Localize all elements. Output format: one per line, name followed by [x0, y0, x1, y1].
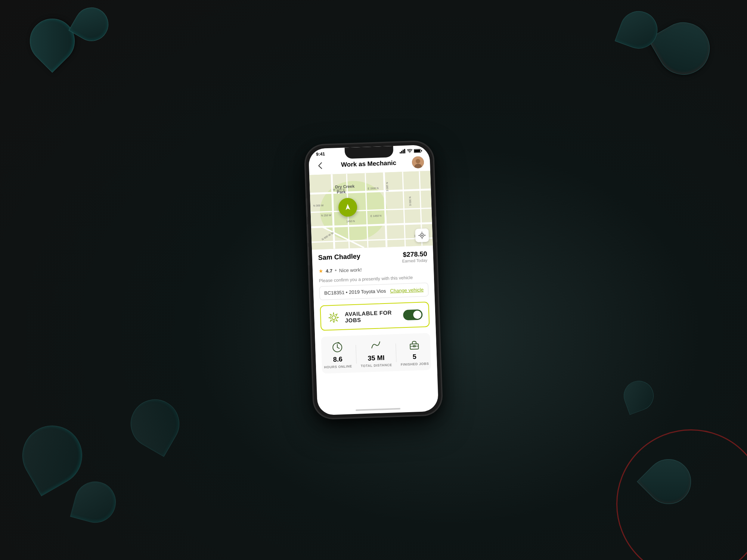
star-icon: ★: [319, 268, 324, 274]
rating-dot: •: [335, 267, 337, 274]
wifi-icon: [407, 149, 412, 153]
toggle-knob: [413, 311, 422, 319]
earned-amount: $278.50: [402, 250, 427, 259]
svg-text:W 1500 N: W 1500 N: [333, 188, 344, 191]
svg-rect-3: [404, 149, 405, 153]
phone-screen: 9:41: [309, 145, 439, 416]
phone-body: 9:41: [305, 141, 441, 418]
change-vehicle-link[interactable]: Change vehicle: [390, 287, 424, 293]
navigation-arrow-icon: [344, 203, 352, 212]
svg-rect-6: [421, 150, 422, 151]
toolbox-icon: [407, 338, 421, 352]
stat-finished-jobs: 5 FINISHED JOBS: [400, 337, 429, 367]
battery-icon: [414, 149, 422, 153]
svg-rect-0: [400, 152, 401, 153]
available-jobs-label: AVAILABLE FOR JOBS: [345, 309, 399, 324]
svg-text:N 300 W: N 300 W: [313, 204, 324, 207]
svg-point-36: [421, 234, 423, 236]
back-button[interactable]: [315, 160, 326, 171]
stat-hours-online: 8.6 HOURS ONLINE: [323, 340, 352, 369]
stat-divider-1: [356, 345, 357, 363]
rating-comment: Nice work!: [339, 267, 362, 273]
clock-icon: [331, 340, 344, 354]
available-toggle[interactable]: [403, 309, 423, 320]
page-title: Work as Mechanic: [341, 159, 397, 169]
user-avatar[interactable]: [412, 156, 424, 168]
stat-total-distance: 35 MI TOTAL DISTANCE: [360, 339, 392, 368]
status-time: 9:41: [316, 151, 325, 157]
svg-text:1450 N: 1450 N: [346, 220, 355, 223]
home-indicator: [356, 408, 400, 411]
svg-rect-1: [401, 151, 402, 153]
crosshair-icon: [418, 231, 426, 239]
locate-button[interactable]: [415, 228, 429, 242]
svg-text:E 1450 N: E 1450 N: [371, 214, 381, 217]
available-jobs-card: AVAILABLE FOR JOBS: [320, 302, 430, 331]
svg-text:N 300 E: N 300 E: [409, 196, 412, 206]
svg-text:N 180 E: N 180 E: [386, 182, 389, 192]
total-distance-label: TOTAL DISTANCE: [361, 363, 392, 368]
stat-divider-2: [396, 343, 397, 362]
gear-settings-icon: [327, 311, 341, 324]
phone-device: 9:41: [305, 141, 441, 418]
main-content: Sam Chadley $278.50 Earned Today ★ 4.7 •…: [312, 245, 437, 378]
phone-notch: [345, 146, 394, 159]
svg-text:N 250 W: N 250 W: [321, 214, 332, 217]
svg-rect-2: [403, 150, 404, 153]
vehicle-info: BC18351 • 2019 Toyota Vios: [324, 288, 386, 296]
svg-line-47: [410, 346, 418, 346]
distance-icon: [369, 339, 382, 353]
svg-rect-5: [414, 149, 420, 152]
earned-label: Earned Today: [402, 258, 427, 263]
profile-row: Sam Chadley $278.50 Earned Today: [318, 250, 427, 266]
signal-icon: [400, 149, 406, 154]
hours-online-label: HOURS ONLINE: [324, 364, 352, 369]
finished-jobs-value: 5: [413, 353, 417, 361]
vehicle-plate: BC18351: [324, 290, 345, 296]
vehicle-model: 2019 Toyota Vios: [349, 288, 386, 295]
confirm-text: Please confirm you a presently with this…: [319, 274, 428, 283]
svg-point-41: [332, 316, 335, 320]
rating-value: 4.7: [326, 268, 333, 274]
stats-row: 8.6 HOURS ONLINE 35 MI TOTAL DISTANCE: [321, 333, 431, 374]
finished-jobs-label: FINISHED JOBS: [401, 362, 429, 367]
vehicle-row: BC18351 • 2019 Toyota Vios Change vehicl…: [319, 283, 429, 300]
mechanic-name: Sam Chadley: [318, 252, 360, 262]
map-roads: Dry Creek Park N 300 W W 1500 N E 1500 N…: [309, 171, 433, 250]
svg-text:E 1500 N: E 1500 N: [368, 187, 378, 190]
status-icons: [400, 148, 422, 153]
map-area[interactable]: Dry Creek Park N 300 W W 1500 N E 1500 N…: [309, 171, 433, 250]
earnings-block: $278.50 Earned Today: [402, 250, 428, 263]
total-distance-value: 35 MI: [368, 354, 385, 363]
hours-online-value: 8.6: [333, 355, 343, 364]
svg-line-45: [337, 347, 339, 348]
